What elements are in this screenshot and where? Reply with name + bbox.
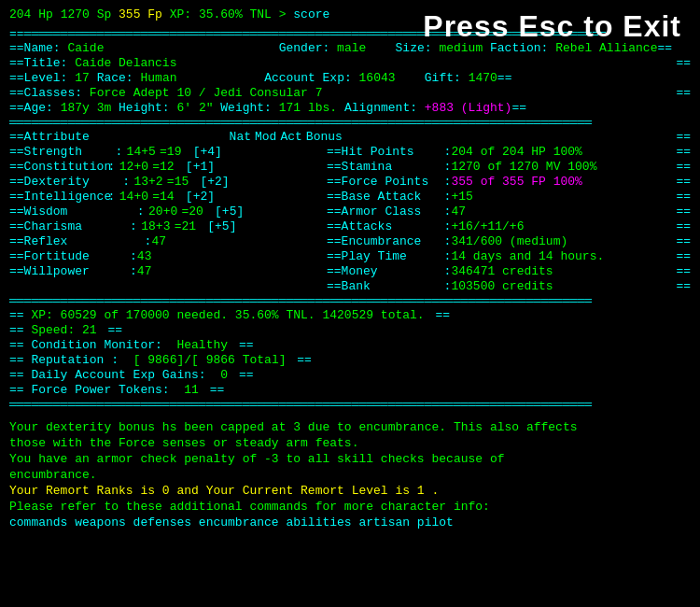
- hp-display: 204 Hp: [9, 7, 53, 21]
- money-row: == Money : 346471 credits ==: [327, 264, 691, 279]
- attr-col: == Strength : 14 + 5 = 19 [+4] == Consti…: [9, 145, 327, 294]
- reflex-row: == Reflex : 47: [9, 234, 327, 249]
- charisma-row: == Charisma : 18 + 3 = 21 [+5]: [9, 219, 327, 234]
- strength-row: == Strength : 14 + 5 = 19 [+4]: [9, 145, 327, 160]
- sp-display: [53, 7, 61, 21]
- msg-1: those with the Force senses or steady ar…: [9, 435, 691, 451]
- divider-3: ════════════════════════════════════════…: [0, 294, 700, 308]
- fp-sep: [111, 7, 119, 21]
- fortitude-row: == Fortitude : 43: [9, 249, 327, 264]
- char-info: == Name: Caide Gender: male Size: medium…: [0, 41, 700, 116]
- msg-0: Your dexterity bonus hs been capped at 3…: [9, 419, 691, 435]
- attacks-row: == Attacks : +16/+11/+6 ==: [327, 219, 691, 234]
- stamina-row: == Stamina : 1270 of 1270 MV 100% ==: [327, 160, 691, 175]
- forcepoints-row: == Force Points : 355 of 355 FP 100% ==: [327, 175, 691, 190]
- msg-4: Your Remort Ranks is 0 and Your Current …: [9, 483, 691, 499]
- classes-line: == Classes: Force Adept 10 / Jedi Consul…: [9, 86, 691, 101]
- esc-label: Press Esc to Exit: [423, 9, 681, 44]
- right-stats-col: == Hit Points : 204 of 204 HP 100% == ==…: [327, 145, 691, 294]
- msg-2: You have an armor check penalty of -3 to…: [9, 451, 691, 467]
- screen: 204 Hp 1270 Sp 355 Fp XP: 35.60% TNL > s…: [0, 0, 700, 607]
- stats-rows: == Strength : 14 + 5 = 19 [+4] == Consti…: [9, 145, 691, 294]
- baseattack-row: == Base Attack : +15 ==: [327, 190, 691, 205]
- dexterity-row: == Dexterity : 13 + 2 = 15 [+2]: [9, 175, 327, 190]
- constitution-row: == Constitution : 12 + 0 = 12 [+1]: [9, 160, 327, 175]
- bank-row: == Bank : 103500 credits ==: [327, 279, 691, 294]
- divider-4: ════════════════════════════════════════…: [0, 398, 700, 412]
- willpower-row: == Willpower : 47: [9, 264, 327, 279]
- xp-line: == XP: 60529 of 170000 needed. 35.60% TN…: [9, 308, 691, 323]
- reputation-line: == Reputation : [ 9866]/[ 9866 Total] ==: [9, 353, 691, 368]
- armorclass-row: == Armor Class : 47 ==: [327, 205, 691, 219]
- msg-3: encumbrance.: [9, 467, 691, 483]
- xp-display: XP: 35.60% TNL >: [162, 7, 293, 21]
- playtime-row: == Play Time : 14 days and 14 hours. ==: [327, 249, 691, 264]
- sp-val: 1270 Sp: [61, 7, 112, 21]
- hitpoints-row: == Hit Points : 204 of 204 HP 100% ==: [327, 145, 691, 160]
- intelligence-row: == Intelligence : 14 + 0 = 14 [+2]: [9, 190, 327, 205]
- stats-header: == Attribute Nat Mod Act Bonus ==: [9, 130, 691, 145]
- stats-section: == Attribute Nat Mod Act Bonus == == Str…: [0, 130, 700, 294]
- daily-line: == Daily Account Exp Gains: 0 ==: [9, 368, 691, 383]
- force-tokens-line: == Force Power Tokens: 11 ==: [9, 383, 691, 398]
- condition-line: == Condition Monitor: Healthy ==: [9, 338, 691, 353]
- title-line: == Title: Caide Delancis ==: [9, 56, 691, 71]
- messages-section: Your dexterity bonus hs been capped at 3…: [0, 412, 700, 534]
- fp-display: 355 Fp: [119, 7, 162, 21]
- msg-5: Please refer to these additional command…: [9, 499, 691, 515]
- divider-2: ════════════════════════════════════════…: [0, 116, 700, 130]
- level-line: == Level: 17 Race: Human Account Exp: 16…: [9, 71, 691, 86]
- encumbrance-row: == Encumbrance : 341/600 (medium) ==: [327, 234, 691, 249]
- score-cmd: score: [293, 7, 329, 21]
- msg-6: commands weapons defenses encumbrance ab…: [9, 515, 691, 530]
- speed-line: == Speed: 21 ==: [9, 323, 691, 338]
- wisdom-row: == Wisdom : 20 + 0 = 20 [+5]: [9, 205, 327, 219]
- info-block: == XP: 60529 of 170000 needed. 35.60% TN…: [0, 308, 700, 398]
- age-line: == Age: 187y 3m Height: 6' 2" Weight: 17…: [9, 101, 691, 116]
